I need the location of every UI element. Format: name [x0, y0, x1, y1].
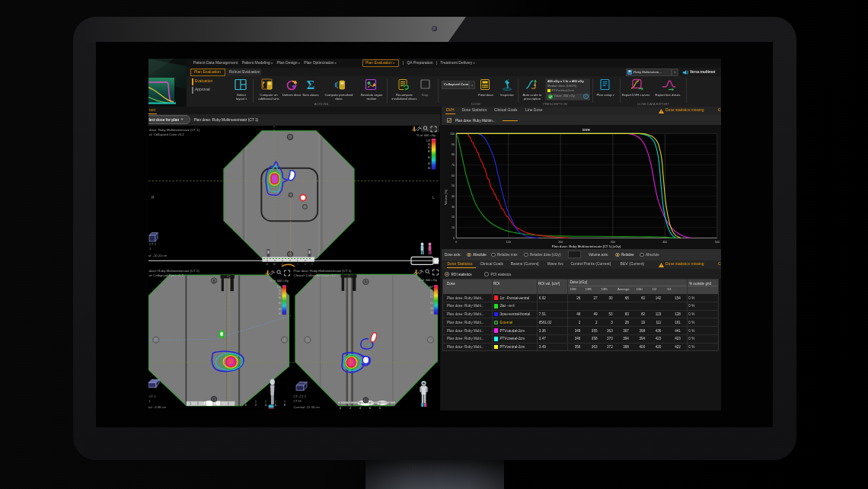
- svg-text:4: 4: [265, 404, 266, 407]
- svg-text:CT15: CT15: [294, 399, 302, 403]
- svg-text:20: 20: [452, 216, 455, 219]
- svg-text:CT 1: CT 1: [149, 395, 157, 398]
- svg-text:S: S: [212, 280, 215, 283]
- svg-text:Clinical: Collapsed Cone v5.2: Clinical: Collapsed Cone v5.2: [294, 273, 337, 277]
- svg-text:Coronal: 22.34 cm: Coronal: 22.34 cm: [294, 405, 321, 409]
- svg-text:60: 60: [452, 174, 455, 177]
- svg-text:1: 1: [149, 399, 152, 403]
- svg-text:30: 30: [279, 312, 282, 315]
- svg-text:1: 1: [149, 247, 152, 251]
- svg-text:tal: -3.08 cm: tal: -3.08 cm: [148, 405, 167, 409]
- svg-text:Volume [%]: Volume [%]: [444, 190, 448, 205]
- svg-text:al: Collapsed Cone v5.2: al: Collapsed Cone v5.2: [149, 133, 184, 136]
- svg-text:I: I: [213, 398, 214, 401]
- svg-text:107: 107: [426, 139, 431, 142]
- svg-text:90: 90: [452, 143, 455, 146]
- svg-text:Plan dose: Ruby Multimeteinsat: Plan dose: Ruby Multimeteinsatz (CT 1) […: [552, 244, 621, 248]
- svg-text:-6: -6: [266, 263, 268, 266]
- svg-text:0: 0: [379, 407, 381, 410]
- svg-text:DVH: DVH: [582, 128, 589, 132]
- svg-text:Plan dose: Ruby Multimeteinsat: Plan dose: Ruby Multimeteinsatz (CT 1): [294, 269, 352, 273]
- svg-text:L: L: [429, 337, 432, 342]
- svg-text:100: 100: [506, 241, 511, 244]
- svg-text:80: 80: [428, 150, 431, 153]
- svg-text:I: I: [365, 398, 366, 402]
- svg-text:107: 107: [429, 286, 433, 289]
- svg-text:40: 40: [279, 308, 282, 311]
- svg-text:30: 30: [452, 206, 455, 209]
- svg-text:CT 1: CT 1: [149, 242, 157, 246]
- svg-text:40: 40: [430, 307, 433, 310]
- svg-text:200: 200: [558, 241, 563, 244]
- svg-text:80: 80: [279, 296, 282, 299]
- svg-text:40: 40: [452, 195, 455, 198]
- svg-text:90: 90: [428, 146, 431, 149]
- svg-text:S: S: [365, 280, 367, 284]
- svg-text:!: !: [661, 264, 662, 267]
- svg-text:i: i: [586, 94, 586, 98]
- svg-text:80: 80: [430, 296, 433, 299]
- svg-text:30: 30: [430, 312, 433, 315]
- svg-text:CT: CT 1: CT: CT 1: [294, 395, 307, 398]
- svg-text:% of 400 cGy: % of 400 cGy: [418, 278, 438, 282]
- svg-text:60: 60: [428, 156, 431, 159]
- svg-text:100: 100: [450, 133, 455, 136]
- svg-text:0: 0: [340, 407, 341, 410]
- svg-text:al: Collapsed Cone v5.2: al: Collapsed Cone v5.2: [149, 273, 184, 277]
- svg-text:40: 40: [428, 162, 431, 165]
- svg-text:300: 300: [611, 241, 615, 244]
- svg-text:% of 400 cGy: % of 400 cGy: [416, 133, 436, 137]
- svg-text:2: 2: [349, 407, 351, 410]
- svg-text:!: !: [661, 110, 662, 113]
- svg-text:-4: -4: [273, 263, 276, 266]
- svg-text:500: 500: [715, 241, 720, 244]
- svg-text:4: 4: [305, 263, 306, 266]
- svg-text:60: 60: [279, 302, 282, 305]
- svg-text:6: 6: [369, 407, 371, 410]
- svg-text:0: 0: [453, 237, 455, 240]
- svg-text:R: R: [306, 337, 309, 342]
- svg-text:90: 90: [279, 292, 282, 296]
- svg-text:107: 107: [277, 286, 282, 289]
- svg-text:Σ: Σ: [307, 78, 314, 91]
- svg-text:60: 60: [430, 302, 433, 305]
- svg-text:2: 2: [255, 404, 257, 407]
- svg-text:70: 70: [452, 164, 455, 167]
- svg-text:4: 4: [359, 407, 361, 410]
- svg-text:dose: Ruby Multimeteinsatz (CT: dose: Ruby Multimeteinsatz (CT 1): [149, 128, 200, 132]
- svg-text:0: 0: [245, 404, 247, 407]
- svg-text:al: -10.20 cm: al: -10.20 cm: [148, 254, 168, 257]
- svg-text:8: 8: [284, 404, 286, 407]
- svg-text:80: 80: [452, 153, 455, 156]
- svg-text:2: 2: [297, 263, 298, 266]
- svg-text:6: 6: [275, 404, 276, 407]
- svg-text:50: 50: [452, 184, 455, 187]
- svg-text:dose: Ruby Multimeteinsatz (CT: dose: Ruby Multimeteinsatz (CT 1): [149, 269, 200, 273]
- svg-text:6: 6: [311, 263, 313, 266]
- svg-text:% of 400 cGy: % of 400 cGy: [270, 279, 289, 283]
- svg-text:0: 0: [455, 241, 457, 244]
- svg-text:10: 10: [452, 226, 455, 229]
- svg-text:x: x: [534, 82, 536, 87]
- svg-text:L: L: [432, 195, 435, 200]
- svg-text:400: 400: [662, 241, 667, 244]
- svg-text:30: 30: [428, 167, 431, 170]
- svg-text:90: 90: [430, 292, 433, 296]
- svg-text:R: R: [152, 195, 155, 200]
